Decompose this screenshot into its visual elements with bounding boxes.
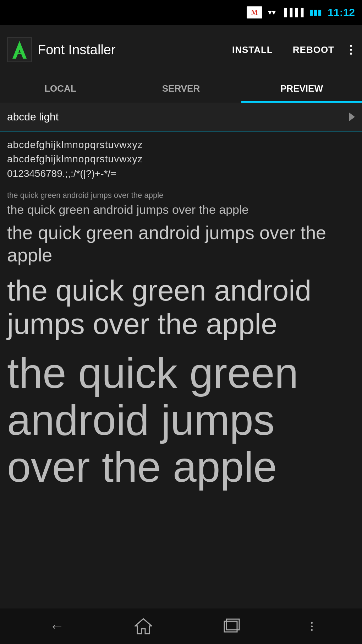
wifi-icon: ▾▾ bbox=[268, 8, 276, 17]
tab-preview[interactable]: Preview bbox=[241, 75, 362, 103]
home-button[interactable] bbox=[135, 618, 152, 634]
status-time: 11:12 bbox=[328, 6, 355, 18]
status-bar: M ▾▾ ▐▐▐▐ ▮▮▮ 11:12 bbox=[0, 0, 362, 25]
preview-sample-large: the quick green android jumps over the a… bbox=[7, 274, 355, 341]
search-bar bbox=[0, 103, 362, 131]
signal-icon: ▐▐▐▐ bbox=[281, 8, 303, 17]
app-bar: Font Installer INSTALL REBOOT bbox=[0, 25, 362, 75]
tab-bar: Local Server Preview bbox=[0, 75, 362, 103]
reboot-button[interactable]: REBOOT bbox=[286, 42, 341, 58]
svg-rect-1 bbox=[15, 53, 24, 54]
nav-bar: ← bbox=[0, 608, 362, 644]
install-button[interactable]: INSTALL bbox=[225, 42, 280, 58]
recents-button[interactable] bbox=[223, 618, 241, 634]
back-button[interactable]: ← bbox=[49, 618, 64, 635]
preview-alphabet-upper: abcdefghijklmnopqrstuvwxyz bbox=[7, 139, 355, 151]
nav-more-button[interactable] bbox=[311, 622, 313, 631]
app-title: Font Installer bbox=[38, 42, 219, 58]
svg-marker-2 bbox=[135, 619, 152, 634]
search-input[interactable] bbox=[7, 111, 349, 123]
preview-alphabet-lower: abcdefghijklmnopqrstuvwxyz bbox=[7, 153, 355, 166]
tab-local[interactable]: Local bbox=[0, 75, 121, 103]
app-logo bbox=[7, 37, 32, 62]
battery-icon: ▮▮▮ bbox=[309, 8, 322, 17]
preview-numbers: 0123456789.;,:/*(|?)+-*/= bbox=[7, 167, 355, 180]
overflow-menu-button[interactable] bbox=[347, 42, 355, 58]
tab-server[interactable]: Server bbox=[121, 75, 241, 103]
preview-content: abcdefghijklmnopqrstuvwxyz abcdefghijklm… bbox=[0, 131, 362, 490]
svg-marker-0 bbox=[12, 41, 27, 59]
dropdown-arrow-icon[interactable] bbox=[349, 113, 355, 121]
preview-sample-xlarge: the quick green android jumps over the a… bbox=[7, 350, 355, 490]
preview-sample-small: the quick green android jumps over the a… bbox=[7, 203, 355, 217]
gmail-icon: M bbox=[247, 6, 262, 18]
preview-sample-tiny: the quick green android jumps over the a… bbox=[7, 191, 355, 200]
preview-sample-medium: the quick green android jumps over the a… bbox=[7, 222, 355, 266]
